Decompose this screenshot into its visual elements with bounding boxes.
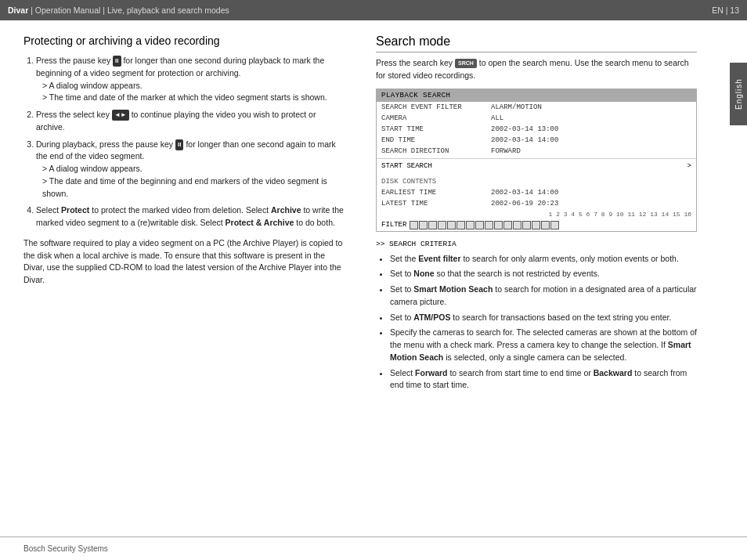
body-paragraph: The software required to play a video se… xyxy=(23,237,345,287)
menu-val-end-time: 2002-03-14 14:00 xyxy=(491,136,691,144)
menu-val-direction: FORWARD xyxy=(491,147,691,155)
header-left: Divar | Operation Manual | Live, playbac… xyxy=(8,5,229,15)
filter-box-10[interactable] xyxy=(494,221,503,229)
start-search-arrow: > xyxy=(687,162,691,170)
step-3-sub2: The date and time of the beginning and e… xyxy=(36,175,345,201)
menu-val-latest: 2002-06-19 20:23 xyxy=(491,200,691,208)
filter-box-16[interactable] xyxy=(550,221,559,229)
menu-key-event-filter: SEARCH EVENT FILTER xyxy=(381,103,491,111)
filter-box-7[interactable] xyxy=(466,221,475,229)
menu-key-end-time: END TIME xyxy=(381,136,491,144)
header: Divar | Operation Manual | Live, playbac… xyxy=(0,0,747,20)
desc-text1: Press the search key xyxy=(376,58,453,67)
select-key-icon: ◄► xyxy=(112,110,129,121)
right-section-title: Search mode xyxy=(376,34,697,52)
step-1-sub2: The time and date of the marker at which… xyxy=(36,92,345,104)
criteria-item-3: Set to Smart Motion Seach to search for … xyxy=(390,284,697,309)
filter-box-5[interactable] xyxy=(447,221,456,229)
filter-box-2[interactable] xyxy=(419,221,428,229)
pause-key-icon: II xyxy=(113,56,121,67)
menu-key-start-time: START TIME xyxy=(381,125,491,133)
step-1-text1: Press the pause key xyxy=(36,56,113,65)
step-2-text1: Press the select key xyxy=(36,110,112,119)
header-subtitle: Live, playback and search modes xyxy=(107,5,229,15)
menu-row-earliest: EARLIEST TIME 2002-03-14 14:00 xyxy=(377,187,696,198)
menu-val-earliest: 2002-03-14 14:00 xyxy=(491,189,691,197)
menu-row-camera: CAMERA ALL xyxy=(377,113,696,124)
filter-box-11[interactable] xyxy=(503,221,512,229)
brand-name: Divar xyxy=(8,5,28,15)
filter-box-8[interactable] xyxy=(475,221,484,229)
step-2: Press the select key ◄► to continue play… xyxy=(36,109,345,134)
menu-row-direction: SEARCH DIRECTION FORWARD xyxy=(377,146,696,159)
step-3-sub1: A dialog window appears. xyxy=(36,163,345,175)
start-search-label: START SEARCH xyxy=(381,162,432,170)
menu-header: PLAYBACK SEARCH xyxy=(377,89,696,102)
main-content: Protecting or archiving a video recordin… xyxy=(0,20,747,537)
step-3-text1: During playback, press the pause key xyxy=(36,139,175,149)
menu-key-latest: LATEST TIME xyxy=(381,200,491,208)
criteria-header: >> SEARCH CRITERIA xyxy=(376,240,697,248)
filter-label: FILTER xyxy=(381,221,406,229)
criteria-item-5: Specify the cameras to search for. The s… xyxy=(390,327,697,363)
menu-val-camera: ALL xyxy=(491,114,691,122)
menu-key-camera: CAMERA xyxy=(381,114,491,122)
menu-row-end-time: END TIME 2002-03-14 14:00 xyxy=(377,135,696,146)
filter-row: FILTER xyxy=(377,219,696,231)
menu-row-event-filter: SEARCH EVENT FILTER ALARM/MOTION xyxy=(377,102,696,113)
filter-box-15[interactable] xyxy=(541,221,550,229)
footer: Bosch Security Systems xyxy=(0,537,747,560)
search-menu-table: PLAYBACK SEARCH SEARCH EVENT FILTER ALAR… xyxy=(376,89,697,232)
left-section-title: Protecting or archiving a video recordin… xyxy=(23,34,345,47)
left-column: Protecting or archiving a video recordin… xyxy=(0,20,360,537)
header-page-info: EN | 13 xyxy=(712,5,739,15)
criteria-list: Set the Event filter to search for only … xyxy=(376,253,697,392)
menu-key-direction: SEARCH DIRECTION xyxy=(381,147,491,155)
criteria-item-6: Select Forward to search from start time… xyxy=(390,367,697,392)
criteria-item-4: Set to ATM/POS to search for transaction… xyxy=(390,312,697,324)
menu-key-earliest: EARLIEST TIME xyxy=(381,189,491,197)
search-description: Press the search key SRCH to open the se… xyxy=(376,57,697,82)
step-4: Select Protect to protect the marked vid… xyxy=(36,204,345,229)
criteria-item-2: Set to None so that the search is not re… xyxy=(390,268,697,280)
header-manual: Operation Manual xyxy=(35,5,100,15)
menu-row-start-time: START TIME 2002-03-14 13:00 xyxy=(377,124,696,135)
pause-key-icon-2: II xyxy=(175,139,183,150)
step-1-sub1: A dialog window appears. xyxy=(36,80,345,92)
menu-row-start-search[interactable]: START SEARCH > xyxy=(377,161,696,172)
step-3: During playback, press the pause key II … xyxy=(36,139,345,201)
criteria-item-1: Set the Event filter to search for only … xyxy=(390,253,697,266)
search-key-icon: SRCH xyxy=(455,59,477,69)
footer-text: Bosch Security Systems xyxy=(23,544,108,553)
right-column: Search mode Press the search key SRCH to… xyxy=(360,20,728,537)
language-tab: English xyxy=(730,63,747,125)
filter-box-9[interactable] xyxy=(485,221,493,229)
disk-contents-header: DISK CONTENTS xyxy=(377,176,696,187)
filter-box-3[interactable] xyxy=(428,221,437,229)
filter-box-12[interactable] xyxy=(513,221,521,229)
filter-box-14[interactable] xyxy=(532,221,540,229)
menu-val-event-filter: ALARM/MOTION xyxy=(491,103,691,111)
filter-box-6[interactable] xyxy=(456,221,465,229)
step-1: Press the pause key II for longer than o… xyxy=(36,55,345,104)
filter-box-13[interactable] xyxy=(522,221,531,229)
filter-boxes xyxy=(410,221,559,229)
filter-box-4[interactable] xyxy=(438,221,446,229)
menu-row-latest: LATEST TIME 2002-06-19 20:23 xyxy=(377,198,696,209)
camera-numbers: 1 2 3 4 5 6 7 8 9 10 11 12 13 14 15 16 xyxy=(377,209,696,219)
filter-box-1[interactable] xyxy=(410,221,418,229)
steps-list: Press the pause key II for longer than o… xyxy=(23,55,345,229)
menu-val-start-time: 2002-03-14 13:00 xyxy=(491,125,691,133)
